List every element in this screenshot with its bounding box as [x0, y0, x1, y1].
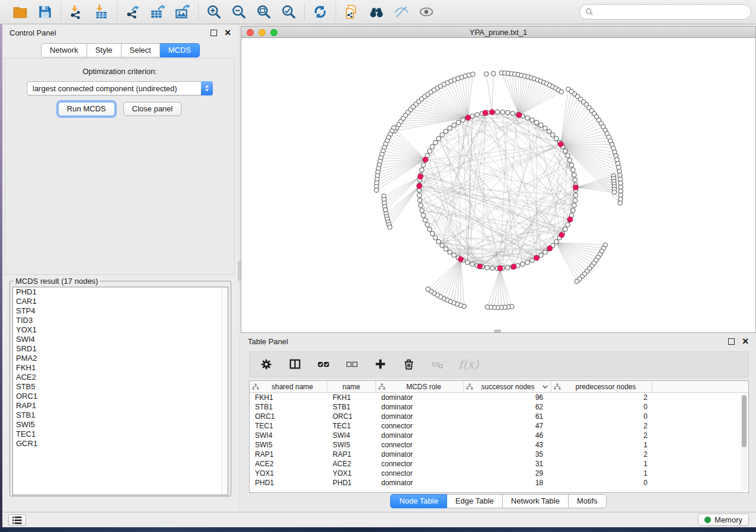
result-item[interactable]: FKH1 [13, 363, 228, 373]
result-item[interactable]: PHD1 [13, 287, 228, 297]
table-row[interactable]: PHD1PHD1dominator180 [250, 478, 748, 488]
table-row[interactable]: RAP1RAP1dominator352 [250, 450, 748, 459]
panel-menu-button[interactable] [8, 514, 26, 526]
column-gear-button[interactable] [259, 357, 275, 372]
result-item[interactable]: TID3 [13, 316, 228, 325]
result-list-scrollbar[interactable] [221, 287, 228, 495]
table-row[interactable]: FKH1FKH1dominator962 [250, 393, 748, 402]
add-column-button[interactable] [373, 357, 388, 372]
memory-button[interactable]: Memory [698, 514, 749, 526]
show-hidden-button[interactable] [417, 3, 436, 21]
cell-MCDS-role: dominator [376, 431, 464, 440]
zoom-fit-button[interactable] [254, 3, 273, 21]
tab-edge-table[interactable]: Edge Table [447, 494, 503, 508]
result-item[interactable]: PMA2 [13, 354, 228, 363]
import-table-button[interactable] [92, 3, 111, 21]
tab-motifs[interactable]: Motifs [569, 494, 607, 508]
cell-shared-name: PHD1 [250, 478, 327, 488]
column-header-name[interactable]: name [327, 381, 376, 392]
export-table-button[interactable] [148, 3, 167, 21]
column-header-predecessor-nodes[interactable]: predecessor nodes [551, 381, 652, 392]
mcds-result-list[interactable]: PHD1CAR1STP4TID3YOX1SWI4SRD1PMA2FKH1ACE2… [12, 287, 228, 495]
table-row[interactable]: ORC1ORC1dominator610 [250, 412, 748, 421]
close-table-panel-icon[interactable]: ✕ [742, 337, 749, 345]
criterion-dropdown[interactable]: largest connected component (undirected) [27, 81, 213, 95]
tab-style[interactable]: Style [87, 43, 122, 57]
result-item[interactable]: SRD1 [13, 344, 228, 354]
zoom-out-button[interactable] [229, 3, 248, 21]
table-row[interactable]: SWI5SWI5connector431 [250, 440, 748, 450]
result-item[interactable]: SWI4 [13, 335, 228, 344]
table-scrollbar[interactable] [741, 394, 747, 491]
float-panel-icon[interactable] [210, 30, 217, 36]
table-row[interactable]: YOX1YOX1connector291 [250, 469, 748, 478]
main-toolbar [0, 0, 756, 24]
result-item[interactable]: STB5 [13, 382, 228, 392]
result-item[interactable]: ORC1 [13, 392, 228, 401]
network-canvas[interactable] [241, 38, 756, 333]
result-item[interactable]: RAP1 [13, 401, 228, 411]
hide-selected-button[interactable] [392, 3, 411, 21]
network-window-titlebar[interactable]: YPA_prune.txt_1 [241, 26, 756, 38]
search-input[interactable] [594, 8, 745, 17]
function-builder-button: f(x) [458, 357, 479, 372]
refresh-view-button[interactable] [311, 3, 330, 21]
float-table-panel-icon[interactable] [728, 338, 735, 345]
canvas-splitter-dot[interactable] [494, 329, 501, 332]
zoom-in-button[interactable] [205, 3, 224, 21]
close-panel-icon[interactable]: ✕ [224, 28, 231, 37]
clone-network-icon [344, 4, 359, 20]
result-item[interactable]: STP4 [13, 306, 228, 316]
optimization-criterion-label: Optimization criterion: [5, 67, 234, 76]
node-table-body: FKH1FKH1dominator962STB1STB1dominator620… [250, 393, 748, 488]
run-mcds-button[interactable]: Run MCDS [58, 102, 115, 116]
clone-network-button[interactable] [342, 3, 361, 21]
window-minimize-traffic-icon[interactable] [259, 29, 266, 36]
result-item[interactable]: TEC1 [13, 430, 228, 439]
result-item[interactable]: GCR1 [13, 439, 228, 448]
control-panel: Control Panel ✕ NetworkStyleSelectMCDS O… [2, 24, 238, 512]
table-row[interactable]: STB1STB1dominator620 [250, 402, 748, 412]
save-session-button[interactable] [36, 3, 55, 21]
window-zoom-traffic-icon[interactable] [270, 29, 277, 36]
mcds-tab-content: Optimization criterion: largest connecte… [5, 58, 235, 275]
result-item[interactable]: SWI5 [13, 420, 228, 430]
column-header-shared-name[interactable]: shared name [250, 381, 327, 392]
cell-name: YOX1 [327, 469, 376, 478]
table-panel: Table Panel ✕ f(x) shared namenameMCDS r… [241, 333, 756, 512]
tab-network-table[interactable]: Network Table [503, 494, 569, 508]
open-file-button[interactable] [11, 3, 30, 21]
cell-predecessor-nodes: 0 [551, 478, 652, 488]
tab-mcds[interactable]: MCDS [160, 43, 200, 57]
delete-table-button [430, 357, 445, 372]
result-item[interactable]: CAR1 [13, 297, 228, 306]
search-box[interactable] [579, 4, 751, 20]
result-item[interactable]: ACE2 [13, 373, 228, 382]
cell-MCDS-role: connector [376, 421, 464, 431]
search-network-button[interactable] [367, 3, 386, 21]
tab-select[interactable]: Select [122, 43, 160, 57]
cell-name: ORC1 [327, 412, 376, 421]
table-row[interactable]: SWI4SWI4dominator462 [250, 431, 748, 440]
close-panel-button[interactable]: Close panel [123, 102, 182, 116]
table-row[interactable]: ACE2ACE2connector311 [250, 459, 748, 469]
tab-network[interactable]: Network [41, 43, 87, 57]
select-all-button[interactable] [316, 357, 331, 372]
zoom-selected-button[interactable] [279, 3, 298, 21]
cell-MCDS-role: connector [376, 469, 464, 478]
tab-node-table[interactable]: Node Table [390, 494, 447, 508]
export-network-button[interactable] [123, 3, 142, 21]
export-image-button[interactable] [173, 3, 192, 21]
attribute-type-icon [554, 383, 561, 390]
split-view-button[interactable] [288, 357, 303, 372]
table-row[interactable]: TEC1TEC1connector472 [250, 421, 748, 431]
window-close-traffic-icon[interactable] [247, 29, 254, 36]
column-header-successor-nodes[interactable]: successor nodes [464, 381, 551, 392]
import-network-button[interactable] [67, 3, 86, 21]
deselect-all-button[interactable] [344, 357, 360, 372]
delete-column-button[interactable] [401, 357, 417, 372]
result-item[interactable]: YOX1 [13, 325, 228, 335]
table-scrollbar-thumb[interactable] [742, 395, 747, 447]
column-header-MCDS-role[interactable]: MCDS role [376, 381, 464, 392]
result-item[interactable]: STB1 [13, 411, 228, 420]
